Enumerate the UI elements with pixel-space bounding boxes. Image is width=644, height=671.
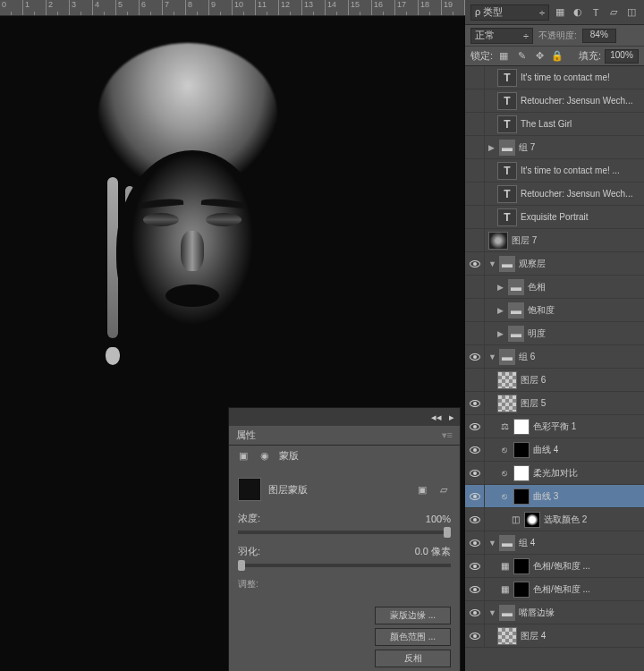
layer-row[interactable]: ◫选取颜色 2 <box>465 508 644 531</box>
layer-name[interactable]: 图层 4 <box>521 630 640 642</box>
layer-row[interactable]: ▶▬明度 <box>465 322 644 345</box>
visibility-toggle[interactable] <box>465 66 485 89</box>
properties-tab[interactable]: 属性 <box>236 429 256 442</box>
layer-row[interactable]: TExquisite Portrait <box>465 206 644 229</box>
layer-name[interactable]: 图层 7 <box>512 234 640 247</box>
lock-pixels-icon[interactable]: ✎ <box>514 49 529 64</box>
layer-filter-select[interactable]: ρ 类型÷ <box>470 4 549 21</box>
visibility-toggle[interactable] <box>465 485 485 508</box>
layer-name[interactable]: 图层 6 <box>521 374 640 386</box>
layer-row[interactable]: ▼▬观察层 <box>465 252 644 276</box>
filter-adjust-icon[interactable]: ◐ <box>571 5 585 20</box>
layer-row[interactable]: ▼▬组 4 <box>465 531 644 555</box>
disclosure-triangle[interactable]: ▶ <box>497 283 506 292</box>
visibility-toggle[interactable] <box>465 276 485 299</box>
filter-type-icon[interactable]: T <box>589 5 603 20</box>
visibility-toggle[interactable] <box>465 89 485 113</box>
visibility-toggle[interactable] <box>465 438 485 462</box>
collapse-icon[interactable]: ◂◂ <box>431 412 442 423</box>
filter-shape-icon[interactable]: ▱ <box>606 5 621 20</box>
layer-row[interactable]: ▼▬组 6 <box>465 345 644 369</box>
layer-row[interactable]: ▦色相/饱和度 ... <box>465 578 644 601</box>
layer-row[interactable]: ⎋曲线 3 <box>465 485 644 508</box>
visibility-toggle[interactable] <box>465 229 485 252</box>
layer-name[interactable]: It's time to contact me! ... <box>521 166 640 175</box>
visibility-toggle[interactable] <box>465 508 485 531</box>
opacity-input[interactable]: 84% <box>582 29 616 43</box>
visibility-toggle[interactable] <box>465 322 485 345</box>
visibility-toggle[interactable] <box>465 531 485 555</box>
visibility-toggle[interactable] <box>465 624 485 648</box>
layer-name[interactable]: 组 7 <box>519 141 640 154</box>
layer-row[interactable]: TIt's time to contact me! <box>465 66 644 89</box>
lock-all-icon[interactable]: 🔒 <box>550 49 564 64</box>
layer-row[interactable]: ⚖色彩平衡 1 <box>465 415 644 438</box>
layer-name[interactable]: 曲线 4 <box>533 444 640 456</box>
layer-row[interactable]: TRetoucher: Jsensun Wech... <box>465 89 644 113</box>
close-icon[interactable]: ▸ <box>449 412 454 423</box>
pixel-mask-icon[interactable]: ▣ <box>415 482 429 497</box>
layer-name[interactable]: 色相/饱和度 ... <box>533 583 640 596</box>
density-value[interactable]: 100% <box>426 514 451 524</box>
layer-row[interactable]: ▶▬饱和度 <box>465 299 644 322</box>
layer-row[interactable]: 图层 7 <box>465 229 644 252</box>
layer-name[interactable]: 组 4 <box>519 537 640 549</box>
layer-name[interactable]: 组 6 <box>519 351 640 363</box>
vector-mask-icon[interactable]: ▱ <box>436 482 451 497</box>
layer-name[interactable]: 饱和度 <box>528 304 640 317</box>
visibility-toggle[interactable] <box>465 462 485 485</box>
invert-button[interactable]: 反相 <box>375 650 451 667</box>
layer-name[interactable]: 色彩平衡 1 <box>533 420 640 433</box>
filter-pixel-icon[interactable]: ▦ <box>553 5 567 20</box>
disclosure-triangle[interactable]: ▶ <box>497 329 506 338</box>
visibility-toggle[interactable] <box>465 601 485 624</box>
disclosure-triangle[interactable]: ▼ <box>488 539 497 548</box>
color-range-button[interactable]: 颜色范围 ... <box>375 628 451 646</box>
layer-name[interactable]: 选取颜色 2 <box>544 514 640 526</box>
visibility-toggle[interactable] <box>465 369 485 392</box>
lock-transparency-icon[interactable]: ▦ <box>496 49 511 64</box>
feather-value[interactable]: 0.0 像素 <box>415 545 451 558</box>
visibility-toggle[interactable] <box>465 113 485 136</box>
layer-name[interactable]: 曲线 3 <box>533 490 640 503</box>
layer-row[interactable]: TThe Last Girl <box>465 113 644 136</box>
layer-name[interactable]: Retoucher: Jsensun Wech... <box>521 96 640 106</box>
filter-smart-icon[interactable]: ◫ <box>624 5 639 20</box>
layer-name[interactable]: 图层 5 <box>521 397 640 410</box>
visibility-toggle[interactable] <box>465 159 485 183</box>
visibility-toggle[interactable] <box>465 183 485 206</box>
lock-position-icon[interactable]: ✥ <box>532 49 547 64</box>
layer-name[interactable]: 明度 <box>528 327 640 340</box>
visibility-toggle[interactable] <box>465 299 485 322</box>
visibility-toggle[interactable] <box>465 578 485 601</box>
layer-name[interactable]: 色相/饱和度 ... <box>533 560 640 573</box>
mask-edge-button[interactable]: 蒙版边缘 ... <box>375 607 451 624</box>
blend-mode-select[interactable]: 正常÷ <box>470 28 533 44</box>
visibility-toggle[interactable] <box>465 555 485 578</box>
layer-row[interactable]: ⎋曲线 4 <box>465 438 644 462</box>
mask-density-icon[interactable]: ◉ <box>258 448 272 463</box>
visibility-toggle[interactable] <box>465 206 485 229</box>
disclosure-triangle[interactable]: ▼ <box>488 608 497 617</box>
layer-row[interactable]: ⎋柔光加对比 <box>465 462 644 485</box>
layer-name[interactable]: 柔光加对比 <box>533 467 640 480</box>
layer-name[interactable]: It's time to contact me! <box>521 72 640 82</box>
layers-list[interactable]: TIt's time to contact me!TRetoucher: Jse… <box>465 66 644 671</box>
disclosure-triangle[interactable]: ▶ <box>497 306 506 315</box>
disclosure-triangle[interactable]: ▼ <box>488 259 497 268</box>
layer-name[interactable]: 色相 <box>528 281 640 293</box>
visibility-toggle[interactable] <box>465 252 485 276</box>
mask-mode-icon[interactable]: ▣ <box>236 448 250 463</box>
layer-row[interactable]: 图层 6 <box>465 369 644 392</box>
density-slider[interactable] <box>238 531 451 534</box>
layer-row[interactable]: ▶▬色相 <box>465 276 644 299</box>
visibility-toggle[interactable] <box>465 136 485 159</box>
fill-input[interactable]: 100% <box>605 49 639 64</box>
layer-row[interactable]: ▼▬嘴唇边缘 <box>465 601 644 624</box>
layer-row[interactable]: TIt's time to contact me! ... <box>465 159 644 183</box>
layer-name[interactable]: Retoucher: Jsensun Wech... <box>521 189 640 199</box>
layer-name[interactable]: The Last Girl <box>521 119 640 129</box>
disclosure-triangle[interactable]: ▼ <box>488 352 497 361</box>
layer-name[interactable]: 观察层 <box>519 258 640 270</box>
layer-row[interactable]: 图层 4 <box>465 624 644 648</box>
